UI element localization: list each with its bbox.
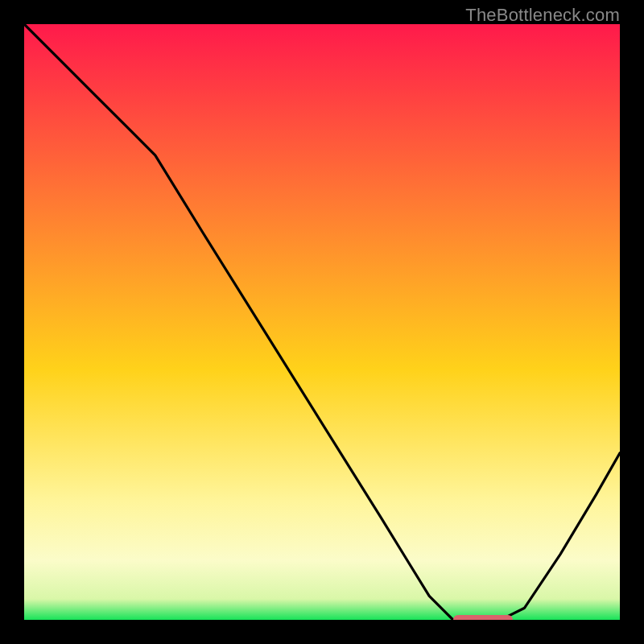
chart-frame: TheBottleneck.com bbox=[0, 0, 644, 644]
optimum-marker bbox=[453, 615, 513, 620]
plot-area bbox=[24, 24, 620, 620]
watermark-text: TheBottleneck.com bbox=[465, 5, 620, 26]
bottleneck-curve bbox=[24, 24, 620, 620]
